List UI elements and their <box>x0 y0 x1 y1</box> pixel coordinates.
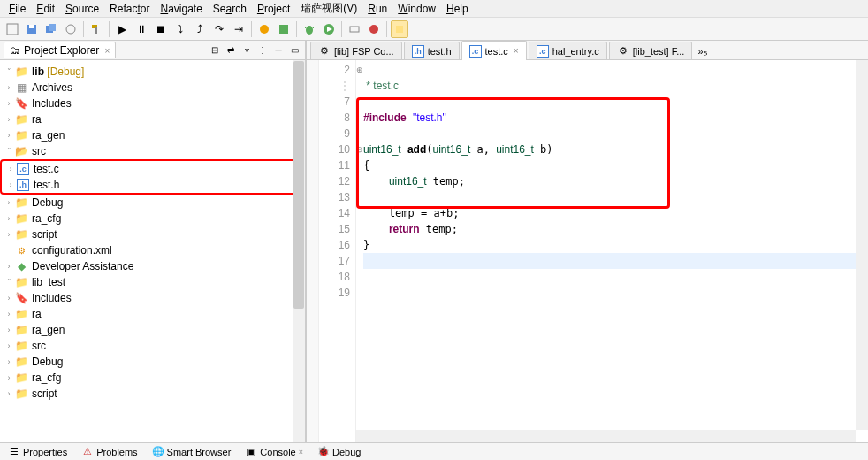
svg-rect-7 <box>95 27 97 34</box>
toolbar-btn[interactable] <box>365 20 383 38</box>
code-include-str: "test.h" <box>413 111 446 124</box>
tree-lt-script[interactable]: ›📁script <box>0 386 305 402</box>
view-debug[interactable]: 🐞Debug <box>313 443 365 461</box>
tree-archives[interactable]: ›▦Archives <box>0 80 305 96</box>
editor-cursor-line <box>363 253 861 269</box>
close-icon[interactable]: × <box>104 46 110 56</box>
view-menu-icon[interactable]: ⋮ <box>255 43 270 58</box>
tree-ra[interactable]: ›📁ra <box>0 111 305 127</box>
tree-lt-ra-cfg[interactable]: ›📁ra_cfg <box>0 370 305 386</box>
svg-rect-0 <box>7 24 18 34</box>
menu-project[interactable]: Project <box>252 1 295 17</box>
toolbar-btn[interactable]: ⏹ <box>152 20 170 38</box>
svg-rect-2 <box>29 25 34 28</box>
main-toolbar: ▶ ⏸ ⏹ ⤵ ⤴ ↷ ⇥ <box>0 18 868 41</box>
tree-scrollbar[interactable] <box>293 60 305 442</box>
toolbar-btn[interactable]: ⤵ <box>171 20 189 38</box>
menu-navigate[interactable]: Navigate <box>155 1 207 17</box>
menu-edit[interactable]: Edit <box>31 1 60 17</box>
project-explorer-tab[interactable]: 🗂 Project Explorer × <box>4 42 116 58</box>
toolbar-btn[interactable] <box>255 20 273 38</box>
link-editor-icon[interactable]: ⇄ <box>224 43 238 58</box>
code-area[interactable]: * test.c #include "test.h" uint16_t add(… <box>356 60 868 442</box>
tree-ra-cfg[interactable]: ›📁ra_cfg <box>0 211 305 226</box>
bottom-view-bar: ☰Properties ⚠Problems 🌐Smart Browser ▣Co… <box>0 442 868 460</box>
tree-project-libtest[interactable]: ˅📁lib_test <box>0 274 305 290</box>
svg-rect-4 <box>49 24 56 31</box>
svg-point-5 <box>66 25 75 34</box>
tree-lt-ra[interactable]: ›📁ra <box>0 306 305 322</box>
editor-tab-hal-entry[interactable]: .chal_entry.c <box>529 42 607 59</box>
editor-pane: ⚙[lib] FSP Co... .htest.h .ctest.c× .cha… <box>306 41 868 442</box>
tree-includes[interactable]: ›🔖Includes <box>0 96 305 111</box>
tree-ra-gen[interactable]: ›📁ra_gen <box>0 127 305 143</box>
toolbar-btn[interactable] <box>346 20 363 38</box>
explorer-icon: 🗂 <box>10 44 20 57</box>
editor-tab-fsp[interactable]: ⚙[lib] FSP Co... <box>310 42 402 59</box>
hammer-icon[interactable] <box>88 20 105 38</box>
view-smart-browser[interactable]: 🌐Smart Browser <box>148 443 236 461</box>
toolbar-btn[interactable] <box>275 20 293 38</box>
toolbar-btn[interactable]: ▶ <box>113 20 131 38</box>
tree-lt-includes[interactable]: ›🔖Includes <box>0 290 305 306</box>
debug-icon[interactable] <box>301 20 318 38</box>
code-comment: * test.c <box>363 80 399 92</box>
tree-project-lib[interactable]: ˅📁lib [Debug] <box>0 64 305 80</box>
toolbar-btn[interactable] <box>4 20 21 38</box>
toolbar-btn[interactable] <box>62 20 80 38</box>
tree-lt-ra-gen[interactable]: ›📁ra_gen <box>0 322 305 338</box>
editor-body[interactable]: 2⋮78910111213141516171819 ⊕ ⊖ * test.c #… <box>307 60 868 442</box>
svg-point-8 <box>260 25 269 34</box>
editor-tab-bar: ⚙[lib] FSP Co... .htest.h .ctest.c× .cha… <box>307 41 868 60</box>
editor-tab-test-c[interactable]: .ctest.c× <box>461 41 527 60</box>
menu-search[interactable]: Search <box>208 1 252 17</box>
tree-config-xml[interactable]: ⚙configuration.xml <box>0 242 305 258</box>
svg-point-10 <box>306 26 313 34</box>
view-problems[interactable]: ⚠Problems <box>77 443 141 461</box>
tree-script[interactable]: ›📁script <box>0 226 305 242</box>
toolbar-btn[interactable] <box>391 20 408 38</box>
menu-help[interactable]: Help <box>441 1 474 17</box>
minimize-icon[interactable]: ─ <box>271 43 286 58</box>
save-all-icon[interactable] <box>42 20 60 38</box>
tree-file-test-h[interactable]: ›.htest.h <box>2 177 303 193</box>
editor-tab-libtest-f[interactable]: ⚙[lib_test] F... <box>609 42 693 59</box>
toolbar-btn[interactable]: ⏸ <box>133 20 150 38</box>
editor-vscrollbar[interactable] <box>856 60 868 430</box>
svg-rect-17 <box>396 26 403 33</box>
run-icon[interactable] <box>320 20 338 38</box>
menu-source[interactable]: Source <box>60 1 104 17</box>
tree-src[interactable]: ˅📂src <box>0 143 305 159</box>
editor-hscrollbar[interactable] <box>356 430 856 442</box>
tree-dev-assist[interactable]: ›◆Developer Assistance <box>0 258 305 274</box>
tree-file-test-c[interactable]: ›.ctest.c <box>2 161 303 177</box>
tree-lt-src[interactable]: ›📁src <box>0 338 305 354</box>
editor-outline-bar <box>307 60 319 442</box>
menu-bar: File Edit Source Refactor Navigate Searc… <box>0 0 868 18</box>
save-icon[interactable] <box>23 20 41 38</box>
collapse-all-icon[interactable]: ⊟ <box>208 43 222 58</box>
menu-renesas[interactable]: 瑞萨视图(V) <box>295 0 362 18</box>
svg-line-11 <box>304 27 306 28</box>
editor-tab-test-h[interactable]: .htest.h <box>404 42 460 59</box>
tree-lt-debug[interactable]: ›📁Debug <box>0 354 305 370</box>
view-console[interactable]: ▣Console× <box>240 443 308 461</box>
close-icon[interactable]: × <box>299 448 303 456</box>
menu-run[interactable]: Run <box>362 1 392 17</box>
editor-gutter: 2⋮78910111213141516171819 ⊕ ⊖ <box>319 60 356 442</box>
filter-icon[interactable]: ▿ <box>240 43 254 58</box>
toolbar-btn[interactable]: ↷ <box>210 20 228 38</box>
menu-window[interactable]: Window <box>392 1 441 17</box>
maximize-icon[interactable]: ▭ <box>287 43 301 58</box>
project-tree[interactable]: ˅📁lib [Debug] ›▦Archives ›🔖Includes ›📁ra… <box>0 60 305 442</box>
code-include-kw: #include <box>363 111 407 124</box>
editor-tabs-overflow[interactable]: »₅ <box>694 44 710 59</box>
menu-refactor[interactable]: Refactor <box>104 1 155 17</box>
menu-file[interactable]: File <box>4 1 31 17</box>
svg-rect-15 <box>350 27 359 32</box>
toolbar-btn[interactable]: ⇥ <box>230 20 247 38</box>
toolbar-btn[interactable]: ⤴ <box>191 20 209 38</box>
close-icon[interactable]: × <box>514 46 519 56</box>
tree-debug[interactable]: ›📁Debug <box>0 195 305 211</box>
view-properties[interactable]: ☰Properties <box>4 443 72 461</box>
